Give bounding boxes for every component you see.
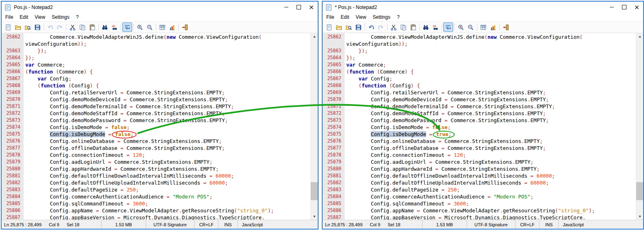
customize-scheme-button[interactable]: [167, 22, 177, 32]
line-number[interactable]: 25886: [323, 207, 345, 214]
line-number[interactable]: 25872: [2, 110, 24, 117]
line-number[interactable]: 25878: [323, 152, 345, 158]
status-language[interactable]: JavaScript: [558, 220, 643, 229]
line-number[interactable]: 25864: [2, 54, 24, 61]
minimize-button[interactable]: [605, 2, 618, 13]
scrollbar-thumb[interactable]: [311, 182, 318, 200]
editor[interactable]: 25862 Commerce.ViewModelAdapterWinJS.def…: [323, 33, 643, 220]
minimize-button[interactable]: [280, 2, 292, 13]
line-number[interactable]: 25866: [2, 68, 24, 75]
line-number[interactable]: 25880: [2, 165, 24, 172]
word-wrap-button[interactable]: [122, 22, 132, 32]
redo-button[interactable]: [376, 22, 386, 32]
new-file-button[interactable]: [3, 22, 13, 32]
line-number[interactable]: 25866: [323, 68, 345, 75]
line-number[interactable]: 25883: [323, 186, 345, 193]
line-number[interactable]: 25868: [323, 82, 345, 89]
line-number[interactable]: 25887: [323, 214, 345, 220]
line-number[interactable]: 25878: [2, 152, 24, 158]
line-number[interactable]: 25887: [2, 214, 24, 220]
menu-item-help[interactable]: ?: [394, 13, 403, 21]
line-number[interactable]: 25862: [2, 33, 24, 40]
menu-item-file[interactable]: File: [323, 13, 337, 21]
vertical-scrollbar[interactable]: [310, 33, 318, 220]
line-number[interactable]: 25877: [323, 145, 345, 152]
browse-file-button[interactable]: [23, 22, 33, 32]
customize-scheme-button[interactable]: [488, 22, 498, 32]
undo-button[interactable]: [366, 22, 376, 32]
menu-item-edit[interactable]: Edit: [16, 13, 31, 21]
line-number[interactable]: 25871: [323, 103, 345, 110]
line-number[interactable]: 25863: [2, 47, 24, 54]
menu-item-file[interactable]: File: [2, 13, 16, 21]
line-number[interactable]: 25885: [323, 200, 345, 207]
line-number[interactable]: 25867: [323, 75, 345, 82]
line-number[interactable]: 25862: [323, 33, 345, 40]
menu-item-view[interactable]: View: [31, 13, 49, 21]
line-number[interactable]: 25867: [2, 75, 24, 82]
line-number[interactable]: [2, 40, 24, 47]
line-number[interactable]: 25870: [2, 96, 24, 103]
status-encoding[interactable]: UTF-8 Signature: [467, 220, 515, 229]
close-button[interactable]: ×: [305, 2, 318, 13]
find-button[interactable]: [421, 22, 431, 32]
line-number[interactable]: 25885: [2, 200, 24, 207]
line-number[interactable]: 25883: [2, 186, 24, 193]
open-file-button[interactable]: [334, 22, 344, 32]
scroll-down-button[interactable]: [636, 213, 643, 220]
line-number[interactable]: 25884: [2, 193, 24, 200]
menu-item-view[interactable]: View: [352, 13, 370, 21]
save-file-button[interactable]: [33, 22, 42, 32]
line-number[interactable]: 25864: [323, 54, 345, 61]
replace-button[interactable]: ab: [431, 22, 440, 32]
line-number[interactable]: 25873: [323, 117, 345, 124]
line-number[interactable]: 25874: [2, 124, 24, 131]
code-area[interactable]: 25862 Commerce.ViewModelAdapterWinJS.def…: [2, 33, 310, 220]
line-number[interactable]: 25871: [2, 103, 24, 110]
cut-button[interactable]: [389, 22, 398, 32]
menu-item-help[interactable]: ?: [73, 13, 82, 21]
new-file-button[interactable]: [324, 22, 334, 32]
copy-button[interactable]: [77, 22, 87, 32]
line-number[interactable]: 25876: [2, 138, 24, 145]
line-number[interactable]: 25863: [323, 47, 345, 54]
copy-button[interactable]: [398, 22, 408, 32]
vertical-scrollbar[interactable]: [636, 33, 643, 220]
line-number[interactable]: 25869: [323, 89, 345, 96]
line-number[interactable]: 25875: [323, 131, 345, 138]
scheme-button[interactable]: [157, 22, 167, 32]
line-number[interactable]: 25877: [2, 145, 24, 152]
title-bar[interactable]: Pos.js - Notepad2 ×: [2, 2, 318, 13]
line-number[interactable]: 25869: [2, 89, 24, 96]
status-position[interactable]: Ln 25,875 : 28,499 Col 9 Sel 18: [2, 220, 101, 229]
word-wrap-button[interactable]: [443, 22, 453, 32]
zoom-out-button[interactable]: [145, 22, 155, 32]
line-number[interactable]: 25865: [2, 61, 24, 68]
status-eol[interactable]: CR+LF: [194, 220, 218, 229]
line-number[interactable]: 25880: [323, 165, 345, 172]
browse-file-button[interactable]: [344, 22, 354, 32]
line-number[interactable]: 25882: [2, 179, 24, 186]
code-area[interactable]: 25862 Commerce.ViewModelAdapterWinJS.def…: [323, 33, 636, 220]
maximize-button[interactable]: [292, 2, 305, 13]
menu-item-edit[interactable]: Edit: [337, 13, 352, 21]
line-number[interactable]: 25870: [323, 96, 345, 103]
scheme-button[interactable]: [478, 22, 488, 32]
line-number[interactable]: 25886: [2, 207, 24, 214]
replace-button[interactable]: ab: [110, 22, 120, 32]
status-eol[interactable]: CR+LF: [515, 220, 539, 229]
status-insert-mode[interactable]: INS: [539, 220, 558, 229]
maximize-button[interactable]: [618, 2, 631, 13]
scrollbar-thumb[interactable]: [636, 182, 643, 200]
paste-button[interactable]: [408, 22, 418, 32]
editor[interactable]: 25862 Commerce.ViewModelAdapterWinJS.def…: [2, 33, 318, 220]
status-insert-mode[interactable]: INS: [218, 220, 237, 229]
status-position[interactable]: Ln 25,875 : 28,499 Col 9 Sel 18: [323, 220, 422, 229]
zoom-in-button[interactable]: [135, 22, 145, 32]
line-number[interactable]: 25876: [323, 138, 345, 145]
zoom-in-button[interactable]: [456, 22, 466, 32]
cut-button[interactable]: [68, 22, 77, 32]
close-button[interactable]: ×: [631, 2, 643, 13]
zoom-out-button[interactable]: [466, 22, 476, 32]
scroll-down-button[interactable]: [311, 213, 318, 220]
